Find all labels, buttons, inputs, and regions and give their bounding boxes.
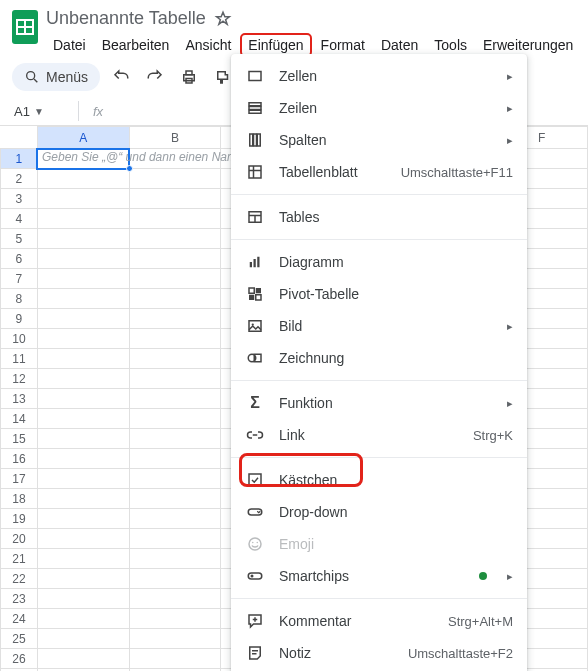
redo-button[interactable]	[142, 64, 168, 90]
cell[interactable]	[37, 629, 129, 649]
cell[interactable]	[37, 189, 129, 209]
cell[interactable]	[129, 469, 221, 489]
row-header[interactable]: 7	[1, 269, 38, 289]
menu-item-pivot[interactable]: Pivot-Tabelle	[231, 278, 527, 310]
row-header[interactable]: 24	[1, 609, 38, 629]
row-header[interactable]: 15	[1, 429, 38, 449]
cell[interactable]	[37, 269, 129, 289]
row-header[interactable]: 2	[1, 169, 38, 189]
cell[interactable]	[37, 369, 129, 389]
menus-search[interactable]: Menüs	[12, 63, 100, 91]
row-header[interactable]: 17	[1, 469, 38, 489]
menu-help[interactable]: Hilfe	[582, 33, 588, 57]
cell[interactable]	[129, 289, 221, 309]
row-header[interactable]: 12	[1, 369, 38, 389]
cell[interactable]	[37, 209, 129, 229]
cell[interactable]	[129, 509, 221, 529]
cell[interactable]	[129, 389, 221, 409]
cell[interactable]	[129, 429, 221, 449]
menu-item-columns[interactable]: Spalten ▸	[231, 124, 527, 156]
cell[interactable]	[37, 309, 129, 329]
cell[interactable]	[37, 589, 129, 609]
fill-handle[interactable]	[126, 165, 133, 172]
cell[interactable]	[129, 369, 221, 389]
menu-item-drawing[interactable]: Zeichnung	[231, 342, 527, 374]
cell[interactable]	[129, 589, 221, 609]
row-header[interactable]: 14	[1, 409, 38, 429]
cell[interactable]	[129, 609, 221, 629]
menu-item-dropdown[interactable]: Drop-down	[231, 496, 527, 528]
cell[interactable]	[129, 349, 221, 369]
cell[interactable]	[37, 609, 129, 629]
cell[interactable]	[129, 629, 221, 649]
cell[interactable]	[129, 329, 221, 349]
row-header[interactable]: 3	[1, 189, 38, 209]
cell[interactable]	[129, 189, 221, 209]
cell[interactable]	[37, 649, 129, 669]
menu-item-rows[interactable]: Zeilen ▸	[231, 92, 527, 124]
sheets-app-icon[interactable]	[12, 10, 38, 44]
row-header[interactable]: 6	[1, 249, 38, 269]
cell[interactable]	[37, 469, 129, 489]
row-header[interactable]: 10	[1, 329, 38, 349]
row-header[interactable]: 8	[1, 289, 38, 309]
cell[interactable]	[37, 569, 129, 589]
cell[interactable]	[129, 269, 221, 289]
cell[interactable]	[37, 389, 129, 409]
row-header[interactable]: 26	[1, 649, 38, 669]
menu-item-smartchips[interactable]: Smartchips ▸	[231, 560, 527, 592]
row-header[interactable]: 1	[1, 149, 38, 169]
cell[interactable]	[37, 349, 129, 369]
cell[interactable]	[37, 409, 129, 429]
select-all-corner[interactable]	[1, 127, 38, 149]
cell[interactable]	[37, 509, 129, 529]
row-header[interactable]: 13	[1, 389, 38, 409]
menu-item-function[interactable]: Σ Funktion ▸	[231, 387, 527, 419]
cell[interactable]	[37, 289, 129, 309]
menu-item-chart[interactable]: Diagramm	[231, 246, 527, 278]
menu-item-sheet[interactable]: Tabellenblatt Umschalttaste+F11	[231, 156, 527, 188]
cell[interactable]	[129, 209, 221, 229]
cell[interactable]	[37, 549, 129, 569]
row-header[interactable]: 16	[1, 449, 38, 469]
menu-item-image[interactable]: Bild ▸	[231, 310, 527, 342]
row-header[interactable]: 9	[1, 309, 38, 329]
cell[interactable]	[129, 169, 221, 189]
doc-title[interactable]: Unbenannte Tabelle	[46, 8, 206, 29]
row-header[interactable]: 5	[1, 229, 38, 249]
row-header[interactable]: 11	[1, 349, 38, 369]
menu-item-link[interactable]: Link Strg+K	[231, 419, 527, 451]
cell[interactable]	[37, 529, 129, 549]
row-header[interactable]: 4	[1, 209, 38, 229]
row-header[interactable]: 22	[1, 569, 38, 589]
cell[interactable]	[37, 229, 129, 249]
cell[interactable]	[129, 409, 221, 429]
cell[interactable]	[129, 529, 221, 549]
menu-item-note[interactable]: Notiz Umschalttaste+F2	[231, 637, 527, 669]
print-button[interactable]	[176, 64, 202, 90]
cell[interactable]	[129, 449, 221, 469]
menu-item-tables[interactable]: Tables	[231, 201, 527, 233]
row-header[interactable]: 23	[1, 589, 38, 609]
row-header[interactable]: 20	[1, 529, 38, 549]
cell[interactable]	[129, 489, 221, 509]
row-header[interactable]: 18	[1, 489, 38, 509]
cell[interactable]	[37, 489, 129, 509]
row-header[interactable]: 19	[1, 509, 38, 529]
cell[interactable]	[129, 549, 221, 569]
cell[interactable]	[37, 429, 129, 449]
row-header[interactable]: 21	[1, 549, 38, 569]
col-header[interactable]: A	[37, 127, 129, 149]
cell[interactable]	[129, 229, 221, 249]
cell-name-box[interactable]: A1 ▼	[8, 102, 68, 121]
cell[interactable]	[129, 309, 221, 329]
row-header[interactable]: 25	[1, 629, 38, 649]
menu-view[interactable]: Ansicht	[178, 33, 238, 57]
cell[interactable]	[129, 569, 221, 589]
cell[interactable]	[129, 649, 221, 669]
cell[interactable]	[37, 169, 129, 189]
cell[interactable]	[37, 249, 129, 269]
menu-edit[interactable]: Bearbeiten	[95, 33, 177, 57]
menu-item-comment[interactable]: Kommentar Strg+Alt+M	[231, 605, 527, 637]
undo-button[interactable]	[108, 64, 134, 90]
